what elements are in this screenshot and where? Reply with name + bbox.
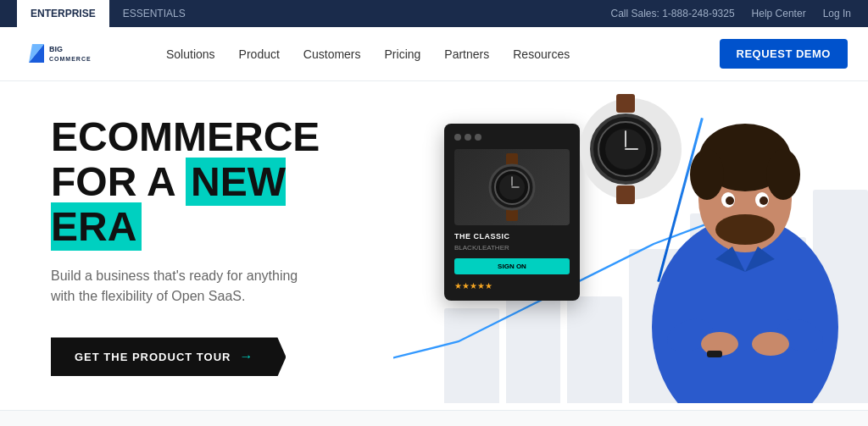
svg-rect-35	[707, 351, 722, 357]
nav-product[interactable]: Product	[239, 47, 280, 61]
tab-enterprise[interactable]: ENTERPRISE	[17, 0, 109, 27]
card-dot-2	[465, 134, 471, 141]
bigcommerce-logo-svg: BIG COMMERCE	[20, 39, 139, 69]
help-center-link[interactable]: Help Center	[752, 8, 806, 19]
card-stars: ★★★★★	[454, 281, 570, 290]
nav-solutions[interactable]: Solutions	[166, 47, 215, 61]
card-title: THE CLASSIC	[454, 232, 570, 241]
hero-section: ECOMMERCE FOR A NEW ERA Build a business…	[0, 81, 868, 410]
nav-partners[interactable]: Partners	[444, 47, 489, 61]
svg-point-23	[766, 149, 800, 200]
svg-point-22	[690, 149, 724, 200]
card-buy-button[interactable]: SIGN ON	[454, 258, 570, 274]
svg-point-26	[726, 196, 734, 205]
top-bar: ENTERPRISE ESSENTIALS Call Sales: 1-888-…	[0, 0, 868, 27]
nav-resources[interactable]: Resources	[513, 47, 570, 61]
nav-pricing[interactable]: Pricing	[385, 47, 421, 61]
svg-point-27	[760, 196, 768, 205]
person-image	[622, 90, 868, 403]
call-sales: Call Sales: 1-888-248-9325	[611, 8, 735, 19]
card-dot-3	[475, 134, 481, 141]
top-bar-tabs: ENTERPRISE ESSENTIALS	[17, 0, 199, 27]
main-nav: BIG COMMERCE Solutions Product Customers…	[0, 27, 868, 81]
card-dots	[454, 134, 570, 141]
card-subtitle: BLACK/LEATHER	[454, 244, 570, 252]
watch-svg	[482, 153, 542, 221]
cta-label: GET THE PRODUCT TOUR	[75, 351, 231, 363]
watch-image	[454, 149, 570, 225]
svg-text:BIG: BIG	[49, 45, 63, 53]
svg-text:COMMERCE: COMMERCE	[49, 56, 92, 62]
person-svg	[622, 90, 868, 403]
tab-essentials[interactable]: ESSENTIALS	[109, 0, 199, 27]
hero-subtitle: Build a business that's ready for anythi…	[51, 266, 322, 307]
hero-title-line1: ECOMMERCE	[51, 114, 320, 159]
nav-links: Solutions Product Customers Pricing Part…	[166, 47, 720, 61]
product-card: THE CLASSIC BLACK/LEATHER SIGN ON ★★★★★	[444, 124, 580, 301]
arrow-icon: →	[239, 349, 253, 364]
logo[interactable]: BIG COMMERCE	[20, 39, 139, 69]
hero-visual: THE CLASSIC BLACK/LEATHER SIGN ON ★★★★★	[393, 81, 868, 403]
logos-section: BEN&JERRY'S ⚙ Skullcandy ◆ Black Diamond…	[0, 410, 868, 426]
hero-content: ECOMMERCE FOR A NEW ERA Build a business…	[0, 81, 407, 410]
top-bar-right: Call Sales: 1-888-248-9325 Help Center L…	[611, 8, 852, 19]
svg-point-28	[715, 214, 775, 245]
hero-title: ECOMMERCE FOR A NEW ERA	[51, 115, 356, 249]
request-demo-button[interactable]: REQUEST DEMO	[720, 39, 848, 69]
hero-title-line2-normal: FOR A	[51, 159, 186, 204]
nav-customers[interactable]: Customers	[303, 47, 361, 61]
svg-point-33	[752, 332, 789, 356]
card-dot-1	[454, 134, 461, 141]
cta-button[interactable]: GET THE PRODUCT TOUR →	[51, 337, 286, 376]
log-in-link[interactable]: Log In	[823, 8, 851, 19]
